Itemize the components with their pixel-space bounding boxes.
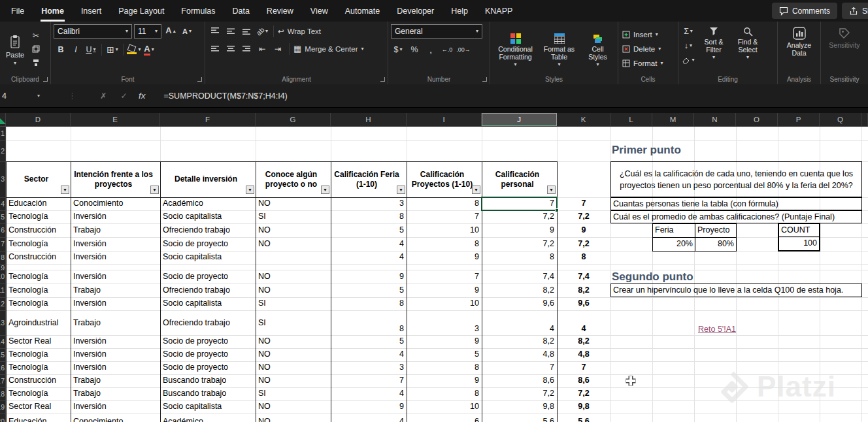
cell-D17[interactable]: Construcción (6, 374, 71, 387)
format-painter-button[interactable] (29, 56, 43, 70)
column-header-H[interactable]: H (331, 113, 407, 126)
tab-developer[interactable]: Developer (388, 0, 442, 22)
column-header-O[interactable]: O (736, 113, 778, 126)
format-cells-button[interactable]: Format ▾ (621, 57, 675, 70)
align-bottom-button[interactable] (239, 24, 254, 38)
cell-I10[interactable]: 7 (407, 270, 482, 284)
cell-G11[interactable]: NO (256, 284, 331, 297)
cell-G14[interactable]: NO (256, 335, 331, 348)
cell-D13[interactable]: Agroindustrial (6, 310, 71, 335)
cell-J18[interactable]: 7,2 (482, 387, 557, 400)
cell-H6[interactable]: 5 (331, 223, 407, 237)
cell-I4[interactable]: 8 (407, 197, 482, 210)
cell-J14[interactable]: 8,2 (482, 335, 557, 348)
cell-J10[interactable]: 7,4 (482, 270, 557, 284)
cell-F16[interactable]: Socio de proyecto (160, 361, 256, 374)
cell-F15[interactable]: Socio de proyecto (160, 348, 256, 361)
column-header-P[interactable]: P (778, 113, 820, 126)
cell-I17[interactable]: 9 (407, 374, 482, 387)
cell-D4[interactable]: Educación (6, 197, 71, 210)
cell-E6[interactable]: Trabajo (71, 223, 160, 237)
conditional-formatting-button[interactable]: Conditional Formatting ▾ (495, 31, 537, 67)
tab-knapp[interactable]: KNAPP (476, 0, 521, 22)
cell-E13[interactable]: Trabajo (71, 310, 160, 335)
cell-K20[interactable]: 5,6 (557, 414, 610, 422)
cell-H16[interactable]: 3 (331, 361, 407, 374)
cancel-button[interactable]: ✗ (100, 91, 107, 101)
cell-H11[interactable]: 5 (331, 284, 407, 297)
fill-handle[interactable] (555, 208, 559, 212)
align-center-button[interactable] (224, 42, 238, 56)
select-all-corner[interactable] (0, 113, 6, 126)
cell-H5[interactable]: 8 (331, 210, 407, 223)
tab-formulas[interactable]: Formulas (173, 0, 224, 22)
cell-E20[interactable]: Conocimiento (71, 414, 160, 422)
format-as-table-button[interactable]: Format as Table ▾ (540, 31, 579, 67)
cell-D19[interactable]: Sector Real (6, 400, 71, 414)
increase-indent-button[interactable]: ⇥ (271, 42, 285, 56)
insert-function-button[interactable]: fx (139, 91, 146, 101)
cell-F5[interactable]: Socio capitalista (160, 210, 256, 223)
cell-K5[interactable]: 7,2 (557, 210, 610, 223)
feria-value-cell[interactable]: 20% (653, 237, 695, 251)
cell-H15[interactable]: 4 (331, 348, 407, 361)
cell-I11[interactable]: 9 (407, 284, 482, 297)
count-label-cell[interactable]: COUNT (779, 224, 819, 236)
table-header-J[interactable]: Calificación personal▼ (482, 162, 557, 197)
tab-review[interactable]: Review (258, 0, 302, 22)
cell-F13[interactable]: Ofreciendo trabajo (160, 310, 256, 335)
number-format-select[interactable]: General ▾ (391, 24, 482, 39)
cell-G7[interactable]: NO (256, 237, 331, 251)
cell-J8[interactable]: 8 (482, 251, 557, 264)
fill-button[interactable]: ↓▾ (681, 39, 695, 52)
feria-header-cell[interactable]: Feria (653, 224, 695, 237)
row-header-15[interactable]: 15 (0, 351, 5, 359)
percent-style-button[interactable]: % (407, 42, 422, 56)
cell-E11[interactable]: Trabajo (71, 284, 160, 297)
cell-F11[interactable]: Ofreciendo trabajo (160, 284, 256, 297)
row-header-5[interactable]: 5 (1, 213, 5, 221)
column-header-J[interactable]: J (482, 113, 557, 126)
cell-J20[interactable]: 5,6 (482, 414, 557, 422)
cell-K11[interactable]: 8,2 (557, 284, 610, 297)
column-header-M[interactable]: M (652, 113, 694, 126)
chevron-down-icon[interactable]: ▾ (37, 93, 40, 99)
filter-button[interactable]: ▼ (150, 186, 159, 194)
orientation-button[interactable]: ab▾ (255, 24, 269, 38)
align-right-button[interactable] (239, 42, 254, 56)
cell-K10[interactable]: 7,4 (557, 270, 610, 284)
filter-button[interactable]: ▼ (397, 186, 405, 194)
row-header-3[interactable]: 3 (1, 175, 5, 184)
cell-K4[interactable]: 7 (557, 197, 610, 210)
tab-help[interactable]: Help (442, 0, 476, 22)
cell-F6[interactable]: Ofreciendo trabajo (160, 223, 256, 237)
column-header-D[interactable]: D (6, 113, 71, 126)
cell-F12[interactable]: Socio capitalista (160, 297, 256, 310)
cell-I7[interactable]: 8 (407, 237, 482, 251)
cell-E7[interactable]: Inversión (71, 237, 160, 251)
cell-H20[interactable]: 4 (331, 414, 407, 422)
delete-cells-button[interactable]: Delete ▾ (621, 42, 675, 56)
cell-J16[interactable]: 7 (482, 361, 557, 374)
cell-I5[interactable]: 7 (407, 210, 482, 223)
decrease-indent-button[interactable]: ⇤ (255, 42, 269, 56)
cell-E18[interactable]: Trabajo (71, 387, 160, 400)
cell-H19[interactable]: 9 (331, 400, 407, 414)
cell-G8[interactable] (256, 251, 331, 264)
bold-button[interactable]: B (54, 42, 68, 56)
comments-button[interactable]: Comments (772, 3, 837, 19)
cell-G15[interactable]: NO (256, 348, 331, 361)
column-header-N[interactable]: N (694, 113, 736, 126)
align-middle-button[interactable] (224, 24, 238, 38)
cell-J7[interactable]: 7,2 (482, 237, 557, 251)
table-header-H[interactable]: Calificación Feria (1-10)▼ (331, 162, 407, 197)
table-header-E[interactable]: Intención frente a los proyectos▼ (71, 162, 160, 197)
cell-I12[interactable]: 10 (407, 297, 482, 310)
count-value-cell[interactable]: 100 (779, 236, 819, 250)
copy-button[interactable] (29, 42, 43, 56)
comma-style-button[interactable]: , (424, 42, 438, 56)
row-header-14[interactable]: 14 (0, 338, 5, 346)
cell-F19[interactable]: Socio capitalista (160, 400, 256, 414)
filter-button[interactable]: ▼ (321, 186, 329, 194)
cell-D7[interactable]: Tecnología (6, 237, 71, 251)
